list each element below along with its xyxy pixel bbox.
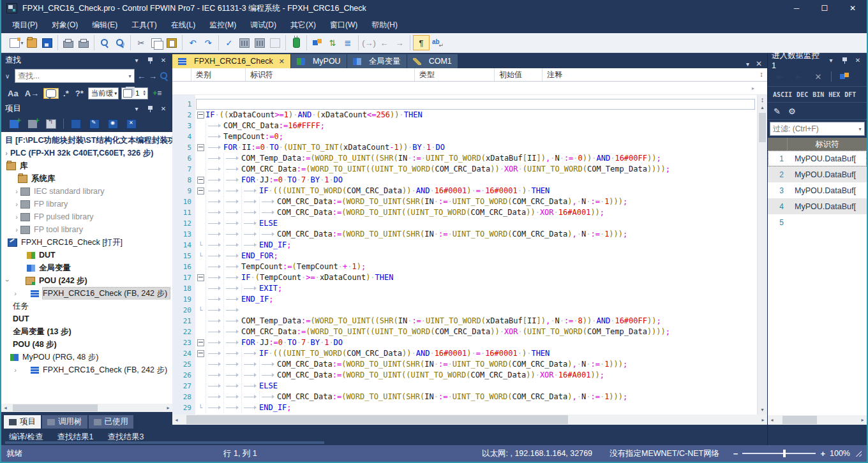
search-input[interactable]: [15, 71, 126, 80]
fold-collapse-icon[interactable]: [195, 112, 206, 119]
code-line[interactable]: 3COM_CRC_Data:=16#FFFF;: [172, 121, 757, 131]
pou-list-button[interactable]: ≣: [340, 36, 355, 50]
online-mode-button[interactable]: [288, 36, 304, 50]
chevron-right-icon[interactable]: ›: [13, 213, 20, 221]
rebuild-button[interactable]: [267, 36, 283, 50]
scroll-down-icon[interactable]: ▾: [761, 407, 763, 415]
column-header-注释[interactable]: 注释: [542, 68, 767, 81]
fold-collapse-icon[interactable]: [195, 274, 206, 281]
search-count-input[interactable]: [133, 89, 141, 97]
splitter-icon[interactable]: ↕: [761, 95, 765, 105]
result-tab[interactable]: 编译/检查: [9, 432, 43, 443]
minimize-button[interactable]: ─: [785, 1, 808, 16]
fold-collapse-icon[interactable]: [195, 144, 206, 151]
code-line[interactable]: 9IF·(((UINT_TO_WORD(COM_CRC_Data))·AND·1…: [172, 186, 757, 196]
maximize-button[interactable]: ☐: [813, 1, 836, 16]
paste-button[interactable]: [164, 36, 179, 50]
code-line[interactable]: 22COM_CRC_Data:=(WORD_TO_UINT((UINT_TO_W…: [172, 327, 757, 337]
find-next-button[interactable]: →: [148, 71, 158, 81]
add-pou-button[interactable]: [6, 117, 22, 131]
scrollbar-thumb[interactable]: [759, 113, 766, 142]
code-line[interactable]: 27ELSE: [172, 381, 757, 392]
chevron-right-icon[interactable]: ›: [13, 226, 20, 233]
column-header-类别[interactable]: 类别: [191, 68, 246, 81]
result-tab[interactable]: 查找结果3: [107, 432, 144, 443]
tree-item[interactable]: FPXH_CRC16_Check [打开]: [1, 236, 172, 249]
tree-item[interactable]: ›PLC (FP-XH 32k C40ET,C60ET, 326 步): [1, 147, 172, 159]
menu-item[interactable]: 帮助(H): [364, 17, 405, 33]
delete-row-button[interactable]: ✕: [811, 70, 826, 84]
tree-item[interactable]: 系统库: [1, 172, 172, 185]
dock-tab-调用树[interactable]: 调用树: [42, 415, 87, 429]
code-line[interactable]: 19END_IF;: [172, 294, 757, 305]
format-button-HEX[interactable]: HEX: [827, 91, 842, 99]
project-panel-close-button[interactable]: ✕: [158, 105, 168, 112]
zoom-out-button[interactable]: −: [733, 449, 738, 459]
chevron-right-icon[interactable]: ›: [11, 366, 19, 374]
code-line[interactable]: 12ELSE: [172, 218, 757, 229]
find-button[interactable]: [97, 36, 112, 50]
edit-header-button[interactable]: [87, 117, 102, 131]
tab-list-button[interactable]: ▾: [746, 61, 749, 68]
open-project-button[interactable]: [24, 36, 40, 50]
tree-item[interactable]: DUT: [1, 249, 172, 261]
project-panel-menu-button[interactable]: ▾: [131, 105, 142, 112]
chevron-right-icon[interactable]: ›: [13, 200, 20, 208]
dock-tab-已使用[interactable]: 已使用: [89, 415, 134, 429]
project-panel-pin-button[interactable]: [145, 105, 155, 112]
editor-tab-MyPOU[interactable]: MyPOU: [291, 54, 347, 68]
whitespace-toggle-button[interactable]: ¶: [413, 35, 430, 50]
variable-table-empty-row[interactable]: ▸: [172, 82, 767, 95]
st-code-editor[interactable]: 12IF·((xDataCount>=1)·AND·(xDataCount<=2…: [172, 95, 757, 415]
scroll-left-icon[interactable]: ◂: [768, 417, 776, 423]
watch-row[interactable]: 5: [768, 214, 867, 230]
wildcard-toggle[interactable]: ?*: [73, 89, 86, 98]
redo-button[interactable]: ↷: [200, 36, 216, 50]
result-tab[interactable]: 查找结果1: [57, 432, 93, 443]
fold-collapse-icon[interactable]: [195, 350, 206, 357]
tree-item[interactable]: ›FP tool library: [1, 223, 172, 236]
print-button[interactable]: [76, 36, 91, 50]
code-line[interactable]: 15└END_FOR;: [172, 251, 757, 261]
code-line[interactable]: 11COM_CRC_Data:=(WORD_TO_UINT((UINT_TO_W…: [172, 207, 757, 218]
scroll-right-icon[interactable]: ▸: [759, 417, 767, 423]
back-step-button[interactable]: ←: [377, 36, 392, 50]
code-line[interactable]: 28COM_CRC_Data:=(WORD_TO_UINT(SHR(IN·:=·…: [172, 392, 757, 402]
scroll-right-icon[interactable]: ▸: [858, 417, 867, 423]
forward-step-button[interactable]: →: [392, 36, 407, 50]
code-line[interactable]: 26COM_CRC_Data:=(WORD_TO_UINT((UINT_TO_W…: [172, 370, 757, 381]
register-input-button[interactable]: ⇤: [772, 70, 788, 84]
find-in-files-button[interactable]: [112, 36, 128, 50]
find-previous-button[interactable]: ←: [137, 71, 146, 81]
undo-button[interactable]: ↶: [185, 36, 200, 50]
code-line[interactable]: 2IF·((xDataCount>=1)·AND·(xDataCount<=25…: [172, 110, 757, 121]
scroll-right-icon[interactable]: ▸: [752, 85, 767, 91]
menu-item[interactable]: 其它(X): [283, 17, 323, 33]
column-header-类型[interactable]: 类型: [415, 68, 495, 81]
menu-item[interactable]: 对象(O): [45, 17, 85, 33]
code-line[interactable]: 4TempCount:=0;: [172, 131, 757, 142]
code-line[interactable]: 1: [172, 99, 757, 110]
close-icon[interactable]: ✕: [279, 57, 285, 66]
code-line[interactable]: 16TempCount:=(TempCount·+·1);: [172, 261, 757, 272]
menu-item[interactable]: 编辑(E): [85, 17, 124, 33]
tree-item[interactable]: MyPOU (PRG, 48 步): [1, 351, 172, 364]
close-view-button[interactable]: ✕: [756, 59, 762, 68]
scrollbar-thumb[interactable]: [13, 404, 98, 411]
code-line[interactable]: 5FOR·II:=0·TO·(UINT_TO_INT(xDataCount-1)…: [172, 142, 757, 153]
code-line[interactable]: 6COM_Temp_Data:=(WORD_TO_UINT((SHR(IN·:=…: [172, 153, 757, 164]
fold-collapse-icon[interactable]: [195, 187, 206, 195]
code-line[interactable]: 17IF·(TempCount·>=·xDataCount)·THEN: [172, 272, 757, 283]
code-line[interactable]: 25COM_CRC_Data:=(WORD_TO_UINT(SHR(IN·:=·…: [172, 359, 757, 370]
menu-item[interactable]: 监控(M): [202, 17, 243, 33]
code-line[interactable]: 21COM_Temp_Data:=(WORD_TO_UINT((SHR(IN·:…: [172, 316, 757, 327]
code-line[interactable]: 23FOR·JJ:=0·TO·7·BY·1·DO: [172, 337, 757, 348]
watch-hscrollbar[interactable]: ◂ ▸: [768, 415, 867, 425]
format-button-DFT[interactable]: DFT: [842, 91, 858, 99]
tree-item[interactable]: ›FPXH_CRC16_Check (FB, 242 步): [1, 287, 172, 300]
search-expand-toggle[interactable]: ∨: [5, 73, 13, 80]
address-comment-button[interactable]: [430, 36, 445, 50]
column-header-标识符[interactable]: 标识符: [246, 68, 415, 81]
code-line[interactable]: 10COM_CRC_Data:=(WORD_TO_UINT(SHR(IN·:=·…: [172, 196, 757, 207]
fold-collapse-icon[interactable]: [195, 177, 206, 184]
